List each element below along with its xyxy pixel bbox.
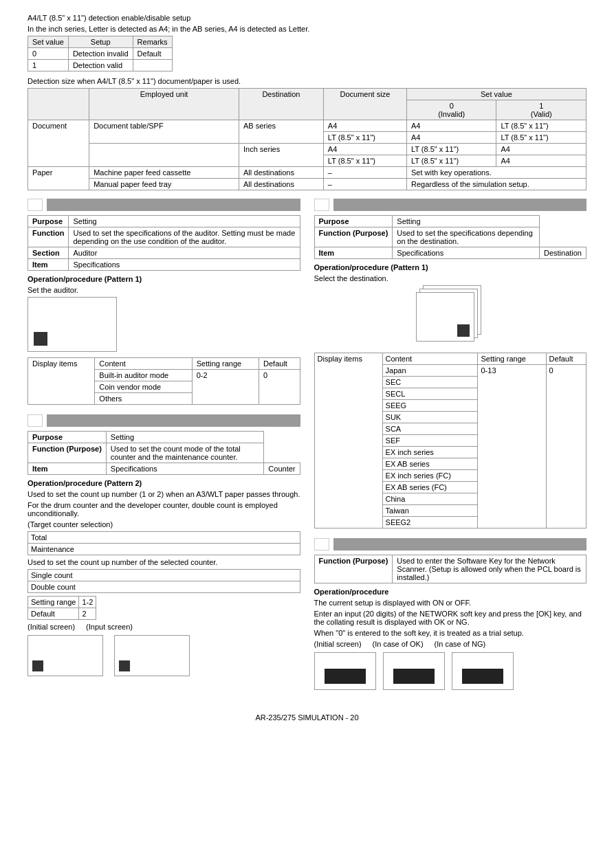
initial-screen bbox=[314, 652, 376, 690]
footer-text: AR-235/275 SIMULATION - 20 bbox=[28, 713, 586, 722]
section-label: Section bbox=[28, 247, 69, 259]
ng-btn bbox=[462, 669, 503, 684]
row1-remarks bbox=[133, 60, 172, 71]
screen-row bbox=[314, 652, 587, 690]
detection-note: Detection size when A4/LT (8.5" x 11") d… bbox=[28, 77, 586, 85]
header-box-2 bbox=[28, 414, 43, 427]
op-label-2: Operation/procedure (Pattern 2) bbox=[28, 479, 300, 487]
row1-val: 1 bbox=[28, 60, 69, 71]
val1-a4b: A4 bbox=[496, 155, 586, 167]
sub-empty bbox=[89, 144, 239, 167]
val1-lt1: LT (8.5" x 11") bbox=[496, 120, 586, 132]
ok-screen bbox=[383, 652, 445, 690]
sub-manual-paper: Manual paper feed tray bbox=[89, 179, 239, 190]
r1-item-value2: Destination bbox=[539, 247, 586, 259]
col-doc-size: Document size bbox=[323, 89, 406, 120]
col-remarks: Remarks bbox=[133, 36, 172, 48]
header-bar-2 bbox=[47, 414, 300, 427]
col-invalid: 0(Invalid) bbox=[406, 100, 496, 120]
doc-lt2: LT (8.5" x 11") bbox=[323, 155, 406, 167]
row0-val: 0 bbox=[28, 48, 69, 60]
row0-setup: Detection invalid bbox=[68, 48, 133, 60]
doc-lt1: LT (8.5" x 11") bbox=[323, 132, 406, 144]
dest-sef: SEF bbox=[382, 435, 478, 447]
sr-value: 1-2 bbox=[79, 597, 96, 608]
default-label2: Default bbox=[28, 608, 79, 620]
r2-function-label: Function (Purpose) bbox=[314, 555, 393, 583]
left-block1-header bbox=[28, 199, 300, 211]
header-bar-3 bbox=[333, 199, 587, 211]
ok-btn bbox=[393, 669, 435, 684]
sr-r1-header: Setting range bbox=[478, 353, 546, 365]
r1-item-label: Item bbox=[314, 247, 393, 259]
cat-paper: Paper bbox=[28, 167, 89, 190]
header-bar-4 bbox=[333, 538, 587, 550]
content-builtin: Built-in auditor mode bbox=[95, 370, 192, 381]
default-r1-header: Default bbox=[546, 353, 586, 365]
dest-ex-ab-fc: EX AB series (FC) bbox=[382, 482, 478, 493]
two-col-layout: Purpose Setting Function Used to set the… bbox=[28, 199, 586, 700]
dest-secl: SECL bbox=[382, 388, 478, 400]
r1-purpose-label: Purpose bbox=[314, 216, 393, 227]
dest-list-table: Display items Content Setting range Defa… bbox=[314, 353, 587, 528]
input-screen-box bbox=[114, 635, 190, 676]
doc-dash1: – bbox=[323, 167, 406, 179]
ng-screen bbox=[452, 652, 514, 690]
dest-ab: AB series bbox=[239, 120, 324, 144]
val1-lt2: LT (8.5" x 11") bbox=[496, 132, 586, 144]
right-block1: Purpose Setting Function (Purpose) Used … bbox=[314, 199, 587, 528]
header-box-4 bbox=[314, 538, 329, 550]
count-table: Single count Double count bbox=[28, 569, 300, 593]
setting-range-table: Setting range 1-2 Default 2 bbox=[28, 596, 96, 620]
dest-taiwan: Taiwan bbox=[382, 505, 478, 517]
auditor-display-box bbox=[28, 297, 117, 352]
col-set-value: Set value bbox=[28, 36, 69, 48]
header-bar-1 bbox=[47, 199, 300, 211]
right-block1-info-table: Purpose Setting Function (Purpose) Used … bbox=[314, 215, 587, 259]
r2-op-text1: The current setup is displayed with ON o… bbox=[314, 599, 587, 607]
dest-all2: All destinations bbox=[239, 179, 324, 190]
op-label-1: Operation/procedure (Pattern 1) bbox=[28, 275, 300, 283]
display-items-cell: Display items bbox=[28, 358, 95, 405]
r1-purpose-value: Setting bbox=[393, 216, 540, 227]
r2-op-text2: Enter an input (20 digits) of the NETWOR… bbox=[314, 610, 587, 626]
r2-ok-label: (In case of OK) bbox=[373, 640, 424, 648]
content-r1-header: Content bbox=[382, 353, 478, 365]
val0-a4b: A4 bbox=[406, 132, 496, 144]
header-box-3 bbox=[314, 199, 329, 211]
r1-item-value1: Specifications bbox=[393, 247, 540, 259]
top-description: In the inch series, Letter is detected a… bbox=[28, 25, 586, 33]
dest-ex-inch: EX inch series bbox=[382, 447, 478, 458]
dest-china: China bbox=[382, 493, 478, 505]
setting-range-header: Setting range bbox=[192, 358, 259, 370]
top-heading: A4/LT (8.5" x 11") detection enable/disa… bbox=[28, 14, 586, 22]
r1-op-text: Select the destination. bbox=[314, 274, 587, 282]
default-value2: 2 bbox=[79, 608, 96, 620]
initial-screen-box bbox=[28, 635, 103, 676]
right-block2: Function (Purpose) Used to enter the Sof… bbox=[314, 538, 587, 690]
item-label2: Item bbox=[28, 463, 107, 475]
left-block1-info-table: Purpose Setting Function Used to set the… bbox=[28, 215, 300, 271]
single-count: Single count bbox=[28, 570, 300, 581]
dest-sec: SEC bbox=[382, 377, 478, 388]
dest-inch: Inch series bbox=[239, 144, 324, 167]
display-row bbox=[28, 635, 300, 676]
doc-dash2: – bbox=[323, 179, 406, 190]
dest-all1: All destinations bbox=[239, 167, 324, 179]
section-value: Auditor bbox=[69, 247, 300, 259]
val0-lt4: LT (8.5" x 11") bbox=[406, 155, 496, 167]
val0-a4: A4 bbox=[406, 120, 496, 132]
col-valid: 1(Valid) bbox=[496, 100, 586, 120]
auditor-inner-square bbox=[34, 332, 47, 346]
initial-screen-label: (Initial screen) bbox=[28, 623, 75, 631]
initial-btn bbox=[325, 669, 366, 684]
row1-setup: Detection valid bbox=[68, 60, 133, 71]
purpose-value: Setting bbox=[69, 216, 300, 227]
op-text-2b: For the drum counter and the developer c… bbox=[28, 501, 300, 518]
col-destination: Destination bbox=[239, 89, 324, 120]
val0-lt3: LT (8.5" x 11") bbox=[406, 144, 496, 155]
setting-range-val: 0-2 bbox=[192, 370, 259, 405]
initial-screen-inner bbox=[32, 660, 43, 671]
left-column: Purpose Setting Function Used to set the… bbox=[28, 199, 300, 700]
r1-op-label: Operation/procedure (Pattern 1) bbox=[314, 263, 587, 271]
